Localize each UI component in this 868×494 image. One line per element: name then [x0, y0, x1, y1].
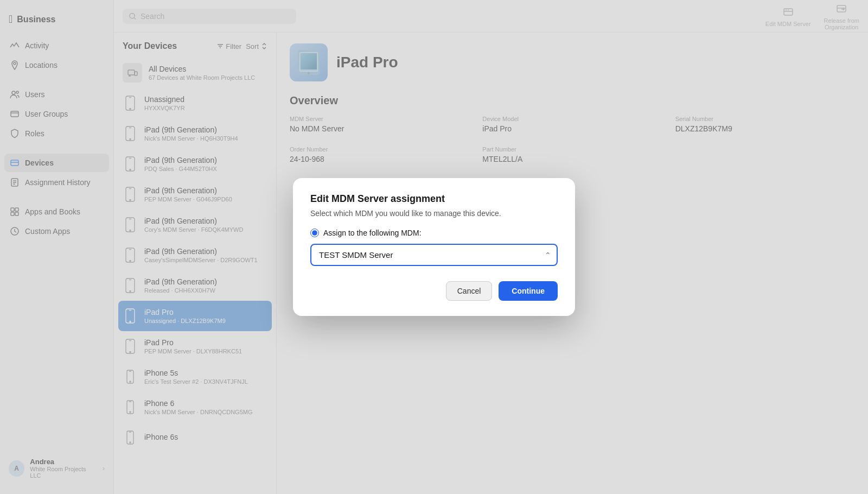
modal-title: Edit MDM Server assignment	[310, 193, 558, 205]
assign-radio-input[interactable]	[310, 229, 319, 237]
modal-actions: Cancel Continue	[310, 281, 558, 301]
modal-description: Select which MDM you would like to manag…	[310, 209, 558, 218]
continue-button[interactable]: Continue	[499, 281, 558, 301]
assign-radio-label[interactable]: Assign to the following MDM:	[323, 229, 422, 237]
mdm-select[interactable]: TEST SMDM Server Nick's MDM Server PEP M…	[310, 244, 558, 266]
modal-overlay: Edit MDM Server assignment Select which …	[0, 0, 868, 494]
modal-dialog: Edit MDM Server assignment Select which …	[293, 178, 575, 316]
mdm-select-wrapper: TEST SMDM Server Nick's MDM Server PEP M…	[310, 244, 558, 266]
app-container:  Business Activity	[0, 0, 868, 494]
cancel-button[interactable]: Cancel	[446, 281, 493, 301]
radio-option-assign: Assign to the following MDM:	[310, 229, 558, 237]
